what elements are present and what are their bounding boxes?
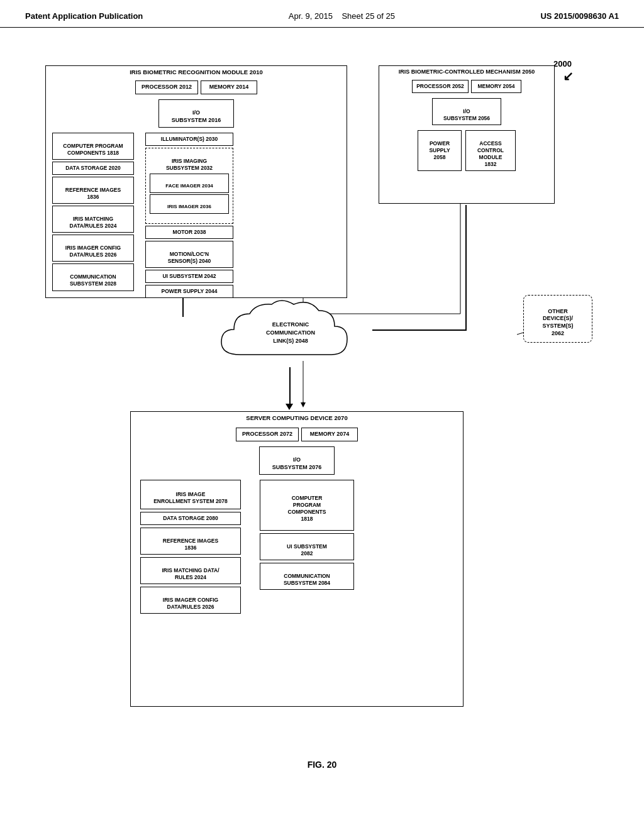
io-subsystem-2076-box: I/O SUBSYSTEM 2076	[259, 446, 335, 475]
page-header: Patent Application Publication Apr. 9, 2…	[0, 0, 644, 28]
processor-2072-box: PROCESSOR 2072	[236, 428, 299, 441]
computer-program-1816-server-box: COMPUTER PROGRAM COMPONENTS 1818	[260, 480, 354, 531]
svg-text:COMMUNICATION: COMMUNICATION	[266, 329, 315, 336]
header-right: US 2015/0098630 A1	[540, 11, 619, 21]
processor-2052-box: PROCESSOR 2052	[412, 80, 469, 93]
figure-label: FIG. 20	[33, 760, 611, 770]
power-supply-2044-box: POWER SUPPLY 2044	[145, 285, 233, 298]
power-supply-2058-box: POWER SUPPLY 2058	[418, 130, 462, 171]
header-center: Apr. 9, 2015 Sheet 25 of 25	[289, 11, 395, 21]
svg-text:LINK(S) 2048: LINK(S) 2048	[273, 338, 308, 344]
svg-text:ELECTRONIC: ELECTRONIC	[272, 321, 309, 328]
iris-imager-config-2026-top-box: IRIS IMAGER CONFIG DATA/RULES 2026	[52, 235, 134, 262]
face-imager-2034-box: FACE IMAGER 2034	[150, 174, 229, 193]
header-left: Patent Application Publication	[25, 11, 143, 21]
iris-controlled-title: IRIS BIOMETRIC-CONTROLLED MECHANISM 2050	[379, 66, 554, 77]
data-storage-2020-box: DATA STORAGE 2020	[52, 162, 134, 175]
iris-enrollment-2078-box: IRIS IMAGE ENROLLMENT SYSTEM 2078	[140, 480, 241, 509]
iris-matching-2024-bottom-box: IRIS MATCHING DATA/ RULES 2024	[140, 557, 241, 584]
memory-2014-box: MEMORY 2014	[201, 80, 257, 94]
access-control-2032-box: ACCESS CONTROL MODULE 1832	[465, 130, 516, 171]
server-computing-title: SERVER COMPUTING DEVICE 2070	[131, 412, 463, 424]
cloud-electronic-comm: ELECTRONIC COMMUNICATION LINK(S) 2048	[209, 298, 372, 367]
iris-controlled-mechanism-outer: IRIS BIOMETRIC-CONTROLLED MECHANISM 2050…	[379, 65, 555, 204]
computer-program-1818-box: COMPUTER PROGRAM COMPONENTS 1818	[52, 133, 134, 160]
other-devices-2062-box: OTHER DEVICE(S)/ SYSTEM(S) 2062	[523, 295, 592, 343]
server-computing-outer: SERVER COMPUTING DEVICE 2070 PROCESSOR 2…	[130, 411, 464, 707]
ui-subsystem-2082-box: UI SUBSYSTEM 2082	[260, 533, 354, 560]
iris-imager-2036-box: IRIS IMAGER 2036	[150, 194, 229, 214]
memory-2054-box: MEMORY 2054	[471, 80, 521, 93]
io-subsystem-2056-box: I/O SUBSYSTEM 2056	[432, 98, 501, 125]
communication-2028-box: COMMUNICATION SUBSYSTEM 2028	[52, 263, 134, 290]
communication-2084-box: COMMUNICATION SUBSYSTEM 2084	[260, 563, 354, 590]
illuminators-2030-box: ILLUMINATOR(S) 2030	[145, 133, 233, 146]
io-subsystem-2016-box: I/O SUBSYSTEM 2016	[158, 99, 234, 128]
proc-mem-row: PROCESSOR 2012 MEMORY 2014	[46, 80, 347, 94]
iris-recognition-module-outer: IRIS BIOMETRIC RECOGNITION MODULE 2010 P…	[45, 65, 347, 298]
data-storage-2080-box: DATA STORAGE 2080	[140, 512, 241, 525]
iris-imager-config-2026-bottom-box: IRIS IMAGER CONFIG DATA/RULES 2026	[140, 587, 241, 614]
header-date: Apr. 9, 2015	[289, 11, 333, 21]
reference-images-1836-top-box: REFERENCE IMAGES 1836	[52, 177, 134, 204]
memory-2074-box: MEMORY 2074	[301, 428, 358, 441]
motor-2038-box: MOTOR 2038	[145, 226, 233, 239]
ui-subsystem-2042-box: UI SUBSYSTEM 2042	[145, 270, 233, 283]
processor-2012-box: PROCESSOR 2012	[135, 80, 198, 94]
ref-number-2000: 2000 ↙	[553, 59, 574, 84]
iris-imaging-2032-box: IRIS IMAGING SUBSYSTEM 2032 FACE IMAGER …	[145, 148, 233, 224]
iris-module-title: IRIS BIOMETRIC RECOGNITION MODULE 2010	[46, 66, 347, 78]
reference-images-1836-bottom-box: REFERENCE IMAGES 1836	[140, 528, 241, 555]
iris-matching-2024-top-box: IRIS MATCHING DATA/RULES 2024	[52, 206, 134, 233]
motion-loc-2040-box: MOTION/LOC'N SENSOR(S) 2040	[145, 241, 233, 268]
header-sheet: Sheet 25 of 25	[341, 11, 395, 21]
